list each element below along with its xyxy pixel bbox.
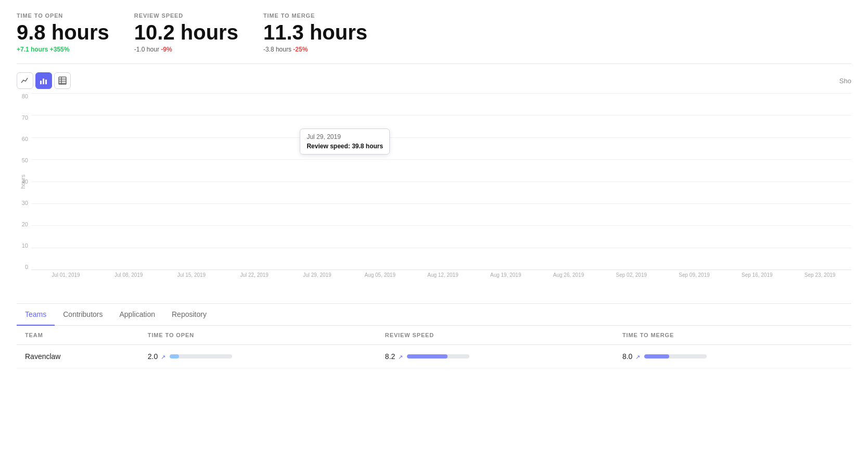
x-label: Sep 02, 2019 [600, 272, 663, 278]
x-label: Aug 05, 2019 [349, 272, 412, 278]
x-label: Jul 22, 2019 [223, 272, 286, 278]
chart-container: 80 70 60 50 40 30 20 10 0 [17, 93, 851, 291]
stat-change-time-to-merge: -3.8 hours -25% [263, 46, 367, 53]
stat-time-to-merge: TIME TO MERGE 11.3 hours -3.8 hours -25% [263, 12, 367, 53]
x-labels: Jul 01, 2019Jul 08, 2019Jul 15, 2019Jul … [34, 272, 851, 278]
show-label: Sho [839, 77, 851, 85]
x-label: Aug 26, 2019 [537, 272, 600, 278]
stat-time-to-open: TIME TO OPEN 9.8 hours +7.1 hours +355% [17, 12, 109, 53]
x-label: Jul 01, 2019 [34, 272, 97, 278]
stat-label-review-speed: REVIEW SPEED [134, 12, 238, 19]
y-label-80: 80 [22, 93, 28, 99]
x-label: Jul 08, 2019 [97, 272, 160, 278]
stat-value-review-speed: 10.2 hours [134, 21, 238, 44]
x-label: Sep 09, 2019 [663, 272, 726, 278]
x-label: Aug 12, 2019 [412, 272, 475, 278]
col-team: TEAM [17, 326, 139, 345]
chart-type-buttons [17, 72, 71, 89]
stat-review-speed: REVIEW SPEED 10.2 hours -1.0 hour -9% [134, 12, 238, 53]
cell-time-to-merge: 8.0 ↗ [614, 345, 851, 368]
stat-value-time-to-merge: 11.3 hours [263, 21, 367, 44]
x-label: Jul 29, 2019 [286, 272, 349, 278]
svg-rect-2 [45, 80, 47, 84]
col-time-to-merge: TIME TO MERGE [614, 326, 851, 345]
col-time-to-open: TIME TO OPEN [139, 326, 377, 345]
tab-contributors[interactable]: Contributors [55, 304, 111, 326]
svg-rect-0 [40, 81, 42, 84]
x-label: Sep 23, 2019 [788, 272, 851, 278]
tab-repository[interactable]: Repository [163, 304, 215, 326]
data-table: TEAM TIME TO OPEN REVIEW SPEED TIME TO M… [17, 326, 851, 368]
x-label: Sep 16, 2019 [725, 272, 788, 278]
tabs: TeamsContributorsApplicationRepository [17, 304, 851, 326]
tabs-section: TeamsContributorsApplicationRepository T… [17, 303, 851, 368]
col-review-speed: REVIEW SPEED [377, 326, 614, 345]
y-label-10: 10 [22, 242, 28, 249]
stat-value-time-to-open: 9.8 hours [17, 21, 109, 44]
stat-label-time-to-merge: TIME TO MERGE [263, 12, 367, 19]
stat-change-review-speed: -1.0 hour -9% [134, 46, 238, 53]
y-label-50: 50 [22, 157, 28, 163]
chart-controls: Sho [17, 72, 851, 89]
page-container: TIME TO OPEN 9.8 hours +7.1 hours +355% … [0, 0, 868, 381]
stat-change-time-to-open: +7.1 hours +355% [17, 46, 109, 53]
tab-application[interactable]: Application [111, 304, 164, 326]
y-axis-label: hours [20, 174, 26, 189]
x-label: Aug 19, 2019 [474, 272, 537, 278]
stat-label-time-to-open: TIME TO OPEN [17, 12, 109, 19]
stats-row: TIME TO OPEN 9.8 hours +7.1 hours +355% … [17, 12, 851, 64]
y-label-70: 70 [22, 114, 28, 121]
bar-chart-button[interactable] [35, 72, 52, 89]
y-label-20: 20 [22, 221, 28, 227]
table-row: Ravenclaw 2.0 ↗ 8.2 ↗ 8.0 ↗ [17, 345, 851, 368]
y-label-60: 60 [22, 136, 28, 142]
bars-area [31, 93, 851, 270]
y-label-0: 0 [25, 264, 28, 270]
cell-team: Ravenclaw [17, 345, 139, 368]
svg-rect-1 [43, 79, 44, 84]
cell-time-to-open: 2.0 ↗ [139, 345, 377, 368]
chart-inner: Jul 29, 2019 Review speed: 39.8 hours ho… [31, 93, 851, 270]
line-chart-button[interactable] [17, 72, 33, 89]
table-chart-button[interactable] [54, 72, 71, 89]
tab-teams[interactable]: Teams [17, 304, 55, 326]
x-label: Jul 15, 2019 [160, 272, 223, 278]
y-label-30: 30 [22, 200, 28, 206]
cell-review-speed: 8.2 ↗ [377, 345, 614, 368]
